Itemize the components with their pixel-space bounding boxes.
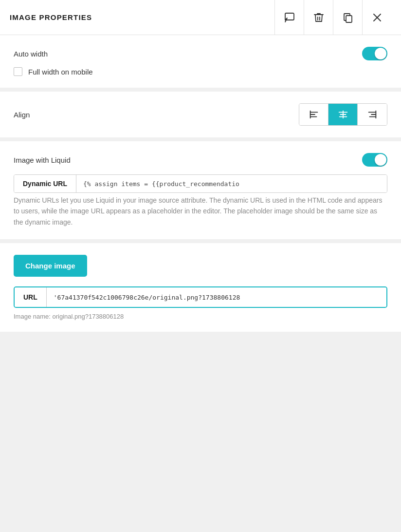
align-row: Align — [14, 103, 387, 126]
align-center-icon — [338, 109, 348, 120]
comment-icon — [284, 12, 295, 23]
url-label-tab: URL — [15, 287, 47, 307]
duplicate-icon — [342, 12, 354, 23]
full-width-mobile-row: Full width on mobile — [14, 67, 387, 76]
trash-icon-button[interactable] — [304, 0, 333, 35]
align-button-group — [299, 103, 387, 126]
change-image-section: Change image URL '67a41370f542c1006798c2… — [0, 243, 401, 332]
comment-icon-button[interactable] — [274, 0, 304, 35]
align-right-button[interactable] — [358, 104, 387, 125]
image-name-text: Image name: original.png?1738806128 — [14, 313, 387, 320]
header-icons — [274, 0, 391, 35]
dynamic-url-description: Dynamic URLs let you use Liquid in your … — [14, 195, 387, 228]
align-center-button[interactable] — [328, 104, 358, 125]
url-value-field[interactable]: '67a41370f542c1006798c26e/original.png?1… — [47, 287, 386, 307]
full-width-mobile-label: Full width on mobile — [28, 68, 93, 76]
full-width-mobile-checkbox[interactable] — [14, 67, 22, 76]
panel-header: IMAGE PROPERTIES — [0, 0, 401, 35]
image-properties-panel: IMAGE PROPERTIES — [0, 0, 401, 532]
align-left-icon — [309, 109, 319, 120]
auto-width-toggle-wrapper — [362, 47, 387, 60]
image-with-liquid-row: Image with Liquid — [14, 153, 387, 167]
duplicate-icon-button[interactable] — [333, 0, 362, 35]
trash-icon — [313, 12, 325, 23]
liquid-toggle[interactable] — [362, 153, 387, 167]
dynamic-url-row: Dynamic URL {% assign items = {{product_… — [14, 174, 387, 193]
close-icon — [371, 12, 383, 23]
liquid-toggle-knob — [375, 154, 386, 166]
image-with-liquid-label: Image with Liquid — [14, 156, 71, 164]
change-image-button[interactable]: Change image — [14, 255, 87, 277]
auto-width-toggle[interactable] — [362, 47, 387, 60]
dynamic-url-value[interactable]: {% assign items = {{product_recommendati… — [76, 175, 387, 192]
svg-rect-1 — [346, 16, 352, 22]
align-label: Align — [14, 111, 30, 119]
liquid-section: Image with Liquid Dynamic URL {% assign … — [0, 141, 401, 239]
align-left-button[interactable] — [299, 104, 328, 125]
auto-width-row: Auto width — [14, 47, 387, 60]
liquid-toggle-wrapper — [362, 153, 387, 167]
align-section: Align — [0, 92, 401, 137]
url-row: URL '67a41370f542c1006798c26e/original.p… — [14, 286, 387, 308]
auto-width-toggle-knob — [375, 48, 386, 59]
auto-width-label: Auto width — [14, 50, 48, 58]
align-right-icon — [367, 109, 378, 120]
close-icon-button[interactable] — [362, 0, 391, 35]
auto-width-section: Auto width Full width on mobile — [0, 35, 401, 88]
panel-title: IMAGE PROPERTIES — [10, 13, 274, 21]
dynamic-url-tab[interactable]: Dynamic URL — [14, 175, 76, 192]
